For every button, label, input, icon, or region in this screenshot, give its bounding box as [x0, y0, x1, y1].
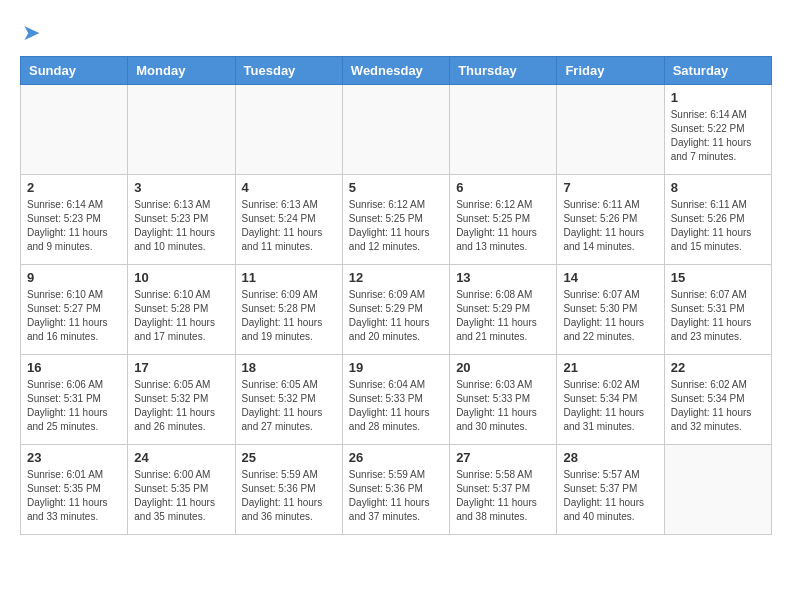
day-number: 13: [456, 270, 550, 285]
day-number: 25: [242, 450, 336, 465]
day-info: Sunrise: 6:14 AM Sunset: 5:23 PM Dayligh…: [27, 198, 121, 254]
day-number: 24: [134, 450, 228, 465]
calendar-cell: 25Sunrise: 5:59 AM Sunset: 5:36 PM Dayli…: [235, 445, 342, 535]
calendar-cell: 20Sunrise: 6:03 AM Sunset: 5:33 PM Dayli…: [450, 355, 557, 445]
header-day-tuesday: Tuesday: [235, 57, 342, 85]
day-info: Sunrise: 6:13 AM Sunset: 5:24 PM Dayligh…: [242, 198, 336, 254]
day-info: Sunrise: 6:07 AM Sunset: 5:30 PM Dayligh…: [563, 288, 657, 344]
day-number: 2: [27, 180, 121, 195]
day-number: 26: [349, 450, 443, 465]
calendar-cell: [342, 85, 449, 175]
week-row-4: 16Sunrise: 6:06 AM Sunset: 5:31 PM Dayli…: [21, 355, 772, 445]
day-number: 20: [456, 360, 550, 375]
day-info: Sunrise: 6:10 AM Sunset: 5:27 PM Dayligh…: [27, 288, 121, 344]
calendar-cell: [235, 85, 342, 175]
day-number: 19: [349, 360, 443, 375]
day-number: 27: [456, 450, 550, 465]
day-number: 14: [563, 270, 657, 285]
day-info: Sunrise: 5:58 AM Sunset: 5:37 PM Dayligh…: [456, 468, 550, 524]
header-day-friday: Friday: [557, 57, 664, 85]
day-info: Sunrise: 6:03 AM Sunset: 5:33 PM Dayligh…: [456, 378, 550, 434]
calendar-cell: 19Sunrise: 6:04 AM Sunset: 5:33 PM Dayli…: [342, 355, 449, 445]
day-number: 21: [563, 360, 657, 375]
day-info: Sunrise: 6:04 AM Sunset: 5:33 PM Dayligh…: [349, 378, 443, 434]
day-number: 3: [134, 180, 228, 195]
logo-bird-icon: ➤: [22, 20, 40, 46]
calendar-cell: 26Sunrise: 5:59 AM Sunset: 5:36 PM Dayli…: [342, 445, 449, 535]
day-number: 8: [671, 180, 765, 195]
header-day-sunday: Sunday: [21, 57, 128, 85]
day-number: 10: [134, 270, 228, 285]
calendar-cell: 5Sunrise: 6:12 AM Sunset: 5:25 PM Daylig…: [342, 175, 449, 265]
calendar-cell: 21Sunrise: 6:02 AM Sunset: 5:34 PM Dayli…: [557, 355, 664, 445]
logo: ➤: [20, 20, 40, 46]
header-day-saturday: Saturday: [664, 57, 771, 85]
day-number: 4: [242, 180, 336, 195]
calendar-cell: 8Sunrise: 6:11 AM Sunset: 5:26 PM Daylig…: [664, 175, 771, 265]
calendar-cell: 1Sunrise: 6:14 AM Sunset: 5:22 PM Daylig…: [664, 85, 771, 175]
day-number: 18: [242, 360, 336, 375]
header-row: SundayMondayTuesdayWednesdayThursdayFrid…: [21, 57, 772, 85]
day-info: Sunrise: 5:57 AM Sunset: 5:37 PM Dayligh…: [563, 468, 657, 524]
day-info: Sunrise: 6:14 AM Sunset: 5:22 PM Dayligh…: [671, 108, 765, 164]
day-number: 23: [27, 450, 121, 465]
day-info: Sunrise: 6:01 AM Sunset: 5:35 PM Dayligh…: [27, 468, 121, 524]
calendar-cell: 27Sunrise: 5:58 AM Sunset: 5:37 PM Dayli…: [450, 445, 557, 535]
header-day-wednesday: Wednesday: [342, 57, 449, 85]
calendar-cell: 28Sunrise: 5:57 AM Sunset: 5:37 PM Dayli…: [557, 445, 664, 535]
day-number: 1: [671, 90, 765, 105]
week-row-5: 23Sunrise: 6:01 AM Sunset: 5:35 PM Dayli…: [21, 445, 772, 535]
calendar-cell: 24Sunrise: 6:00 AM Sunset: 5:35 PM Dayli…: [128, 445, 235, 535]
calendar-cell: 18Sunrise: 6:05 AM Sunset: 5:32 PM Dayli…: [235, 355, 342, 445]
calendar-cell: 10Sunrise: 6:10 AM Sunset: 5:28 PM Dayli…: [128, 265, 235, 355]
day-info: Sunrise: 6:07 AM Sunset: 5:31 PM Dayligh…: [671, 288, 765, 344]
calendar-table: SundayMondayTuesdayWednesdayThursdayFrid…: [20, 56, 772, 535]
day-info: Sunrise: 6:06 AM Sunset: 5:31 PM Dayligh…: [27, 378, 121, 434]
day-info: Sunrise: 6:08 AM Sunset: 5:29 PM Dayligh…: [456, 288, 550, 344]
calendar-cell: 22Sunrise: 6:02 AM Sunset: 5:34 PM Dayli…: [664, 355, 771, 445]
day-number: 9: [27, 270, 121, 285]
calendar-cell: 15Sunrise: 6:07 AM Sunset: 5:31 PM Dayli…: [664, 265, 771, 355]
calendar-cell: 12Sunrise: 6:09 AM Sunset: 5:29 PM Dayli…: [342, 265, 449, 355]
day-info: Sunrise: 6:02 AM Sunset: 5:34 PM Dayligh…: [671, 378, 765, 434]
day-number: 6: [456, 180, 550, 195]
calendar-cell: 23Sunrise: 6:01 AM Sunset: 5:35 PM Dayli…: [21, 445, 128, 535]
calendar-cell: 9Sunrise: 6:10 AM Sunset: 5:27 PM Daylig…: [21, 265, 128, 355]
day-info: Sunrise: 6:09 AM Sunset: 5:28 PM Dayligh…: [242, 288, 336, 344]
day-number: 22: [671, 360, 765, 375]
week-row-2: 2Sunrise: 6:14 AM Sunset: 5:23 PM Daylig…: [21, 175, 772, 265]
day-number: 28: [563, 450, 657, 465]
day-info: Sunrise: 6:00 AM Sunset: 5:35 PM Dayligh…: [134, 468, 228, 524]
header: ➤: [20, 20, 772, 46]
week-row-1: 1Sunrise: 6:14 AM Sunset: 5:22 PM Daylig…: [21, 85, 772, 175]
calendar-cell: 4Sunrise: 6:13 AM Sunset: 5:24 PM Daylig…: [235, 175, 342, 265]
week-row-3: 9Sunrise: 6:10 AM Sunset: 5:27 PM Daylig…: [21, 265, 772, 355]
calendar-cell: 17Sunrise: 6:05 AM Sunset: 5:32 PM Dayli…: [128, 355, 235, 445]
day-info: Sunrise: 5:59 AM Sunset: 5:36 PM Dayligh…: [242, 468, 336, 524]
calendar-cell: [21, 85, 128, 175]
day-number: 7: [563, 180, 657, 195]
calendar-cell: 11Sunrise: 6:09 AM Sunset: 5:28 PM Dayli…: [235, 265, 342, 355]
header-day-monday: Monday: [128, 57, 235, 85]
calendar-cell: 7Sunrise: 6:11 AM Sunset: 5:26 PM Daylig…: [557, 175, 664, 265]
calendar-cell: [128, 85, 235, 175]
day-info: Sunrise: 6:05 AM Sunset: 5:32 PM Dayligh…: [134, 378, 228, 434]
day-info: Sunrise: 6:12 AM Sunset: 5:25 PM Dayligh…: [456, 198, 550, 254]
day-number: 12: [349, 270, 443, 285]
day-number: 16: [27, 360, 121, 375]
day-number: 5: [349, 180, 443, 195]
day-info: Sunrise: 6:12 AM Sunset: 5:25 PM Dayligh…: [349, 198, 443, 254]
day-info: Sunrise: 6:11 AM Sunset: 5:26 PM Dayligh…: [563, 198, 657, 254]
day-info: Sunrise: 6:09 AM Sunset: 5:29 PM Dayligh…: [349, 288, 443, 344]
day-number: 17: [134, 360, 228, 375]
calendar-cell: 3Sunrise: 6:13 AM Sunset: 5:23 PM Daylig…: [128, 175, 235, 265]
calendar-cell: 6Sunrise: 6:12 AM Sunset: 5:25 PM Daylig…: [450, 175, 557, 265]
calendar-cell: [450, 85, 557, 175]
day-info: Sunrise: 6:13 AM Sunset: 5:23 PM Dayligh…: [134, 198, 228, 254]
day-info: Sunrise: 6:02 AM Sunset: 5:34 PM Dayligh…: [563, 378, 657, 434]
calendar-cell: 13Sunrise: 6:08 AM Sunset: 5:29 PM Dayli…: [450, 265, 557, 355]
calendar-cell: 14Sunrise: 6:07 AM Sunset: 5:30 PM Dayli…: [557, 265, 664, 355]
calendar-cell: 2Sunrise: 6:14 AM Sunset: 5:23 PM Daylig…: [21, 175, 128, 265]
day-info: Sunrise: 6:11 AM Sunset: 5:26 PM Dayligh…: [671, 198, 765, 254]
day-info: Sunrise: 5:59 AM Sunset: 5:36 PM Dayligh…: [349, 468, 443, 524]
